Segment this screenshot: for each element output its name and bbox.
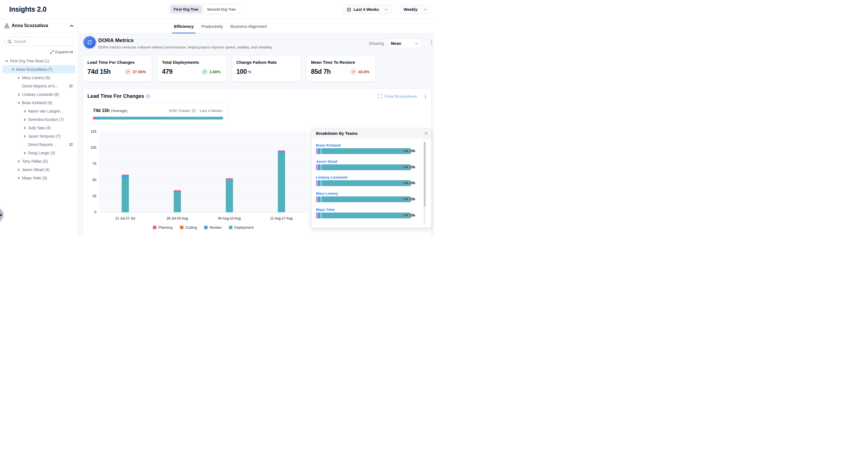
chevron-right-icon[interactable]	[17, 168, 21, 171]
chevron-right-icon[interactable]	[17, 176, 21, 180]
tree-item-label: Tony Pallas (5)	[22, 159, 48, 164]
legend-swatch	[180, 226, 183, 229]
chevron-down-icon[interactable]	[5, 59, 9, 63]
showing-dropdown[interactable]: Mean	[387, 39, 422, 48]
tree-item-label: Jason Stead (4)	[22, 168, 50, 172]
tree-item-label: Direct Reports ...	[28, 142, 57, 147]
tree-item[interactable]: Lindsay Liszewski (8)	[2, 90, 75, 98]
bar-segment-review	[122, 175, 129, 178]
chevron-right-icon[interactable]	[23, 126, 27, 129]
org-tree-toggle: First Org Tree Second Org Tree	[169, 4, 240, 14]
team-bar-segment-planning	[316, 148, 317, 154]
average-summary-card: 74d 15h (Average) 5030 Tickets Last 4 We…	[87, 103, 228, 124]
tree-item[interactable]: Direct Reports of A...	[2, 82, 75, 90]
tree-item[interactable]: Doug Lange (3)	[2, 149, 75, 157]
tree-item[interactable]: First Org Tree Root (1)	[2, 57, 75, 65]
x-tick-label: 11 Aug-17 Aug	[255, 216, 307, 220]
team-bar-segment-review	[317, 148, 321, 154]
search-input[interactable]	[14, 39, 70, 44]
bar-segment-deployment	[122, 178, 129, 212]
team-name-link[interactable]: Maya Yette	[316, 208, 335, 212]
team-bar-value: 74d 15h	[402, 197, 415, 201]
chevron-down-icon[interactable]	[11, 68, 15, 71]
dora-section-description: DORA metrics measure software delivery p…	[98, 45, 273, 49]
team-bar-value: 74d 15h	[402, 181, 415, 185]
tree-item[interactable]: Judy Saw (4)	[2, 124, 75, 132]
bar-segment-deployment	[174, 192, 181, 212]
panel-scrollbar-thumb[interactable]	[424, 142, 426, 206]
sidebar-search[interactable]	[4, 37, 73, 46]
metric-card: Lead Time For Changes74d 15h↗27.56%	[83, 55, 152, 82]
tree-item[interactable]: Mary Lowery (6)	[2, 73, 75, 82]
team-bar-segment-planning	[316, 212, 317, 218]
tree-item-label: Maya Yette (3)	[22, 176, 47, 180]
chevron-right-icon[interactable]	[17, 76, 21, 79]
expand-all-label: Expand All	[55, 50, 73, 54]
metric-value: 100	[236, 68, 247, 76]
team-bar-value: 74d 15h	[402, 149, 415, 153]
team-bar-segment-review	[317, 212, 321, 218]
stacked-bar	[226, 178, 233, 212]
tree-item[interactable]: Jason Simpson (7)	[2, 132, 75, 140]
tree-item[interactable]: Tony Pallas (5)	[2, 157, 75, 166]
tree-item[interactable]: Sireesha Kunduri (7)	[2, 115, 75, 124]
bar-segment-deployment	[226, 179, 233, 212]
info-icon[interactable]	[146, 94, 150, 98]
lead-time-kebab-menu[interactable]	[424, 94, 427, 99]
lead-time-title: Lead Time For Changes	[87, 93, 150, 99]
trend-delta-value: 27.56%	[133, 70, 146, 74]
granularity-value: Weekly	[404, 7, 417, 12]
toggle-second-org-tree[interactable]: Second Org Tree	[204, 5, 240, 13]
team-bar-segment-deployment	[321, 212, 411, 218]
chevron-right-icon[interactable]	[23, 151, 27, 155]
y-tick-label: 50	[85, 178, 96, 182]
date-range-dropdown[interactable]: Last 4 Weeks	[343, 5, 392, 14]
filter-sliders-icon[interactable]	[69, 143, 73, 147]
granularity-dropdown[interactable]: Weekly	[400, 5, 430, 14]
average-phase-bar	[93, 117, 223, 119]
tickets-count: 5030 Tickets	[169, 109, 190, 113]
chevron-right-icon[interactable]	[23, 135, 27, 138]
lead-time-title-text: Lead Time For Changes	[87, 93, 144, 99]
tree-item[interactable]: Anna Scozzafava (7)	[2, 65, 75, 73]
tab-business-alignment[interactable]: Business Alignment	[229, 19, 268, 33]
team-name-link[interactable]: Mary Lowery	[316, 191, 338, 196]
tab-efficiency[interactable]: Efficiency	[173, 19, 194, 33]
chevron-right-icon[interactable]	[17, 159, 21, 163]
toggle-first-org-tree[interactable]: First Org Tree	[170, 5, 202, 13]
chevron-up-icon[interactable]	[70, 25, 73, 27]
org-hierarchy-icon	[4, 23, 9, 29]
chevron-down-icon[interactable]	[17, 101, 21, 105]
team-name-link[interactable]: Lindsay Liszewski	[316, 175, 347, 179]
dora-kebab-menu[interactable]	[430, 39, 433, 45]
tab-productivity[interactable]: Productivity	[200, 19, 224, 33]
chevron-right-icon[interactable]	[23, 110, 27, 113]
expand-all-button[interactable]: Expand All	[50, 50, 73, 54]
dora-section-title: DORA Metrics	[98, 37, 134, 43]
date-range-value: Last 4 Weeks	[353, 7, 379, 12]
chevron-right-icon[interactable]	[23, 118, 27, 121]
tree-item[interactable]: Jason Stead (4)	[2, 166, 75, 174]
team-bar-segment-planning	[316, 164, 317, 170]
info-icon[interactable]	[192, 109, 195, 113]
metric-card: Mean Time To Restore85d 7h↗40.8%	[306, 55, 376, 82]
main-content: Efficiency Productivity Business Alignme…	[78, 19, 434, 237]
stacked-bar	[278, 150, 285, 212]
tree-item[interactable]: Aaron Van Langen...	[2, 107, 75, 115]
team-name-link[interactable]: Jason Stead	[316, 159, 337, 164]
tree-item[interactable]: Maya Yette (3)	[2, 174, 75, 182]
team-name-link[interactable]: Brian Kirkland	[316, 143, 341, 147]
trend-badge: ↗3.68%	[201, 68, 220, 75]
expand-arrows-icon	[50, 50, 54, 54]
bar-chart-plot	[99, 132, 307, 212]
view-breakdown-button[interactable]: View Breakdown	[378, 94, 417, 98]
team-bar-value: 74d 15h	[402, 165, 415, 169]
tree-item[interactable]: Brian Kirkland (6)	[2, 98, 75, 107]
tree-item[interactable]: Direct Reports ...	[2, 140, 75, 149]
tabs-bar: Efficiency Productivity Business Alignme…	[78, 19, 434, 33]
filter-sliders-icon[interactable]	[69, 84, 73, 88]
close-icon[interactable]	[424, 131, 428, 135]
chevron-right-icon[interactable]	[17, 93, 21, 96]
team-bar-segment-review	[317, 197, 321, 202]
trend-up-icon: ↗	[350, 68, 356, 75]
